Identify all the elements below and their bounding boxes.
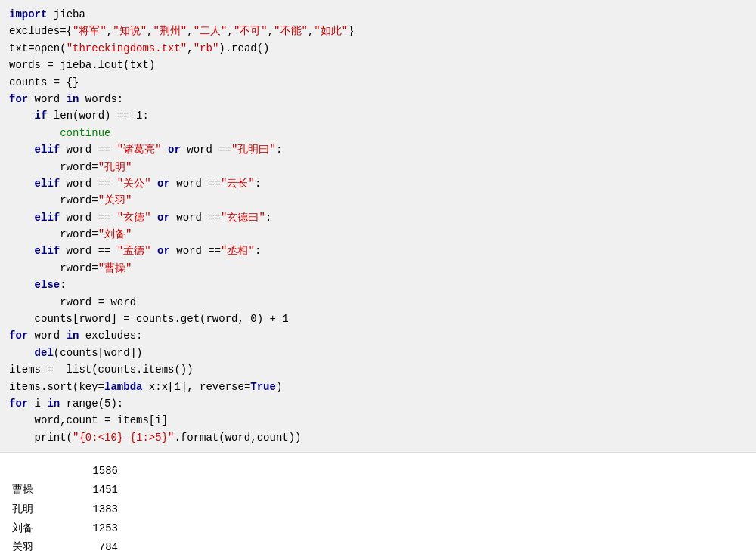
output-count-3: 1253: [73, 519, 118, 538]
output-row-2: 孔明 1383: [12, 500, 744, 519]
code-line-9: elif word == "诸葛亮" or word =="孔明曰":: [9, 141, 747, 158]
output-name-1: 曹操: [12, 481, 73, 500]
code-editor: import jieba excludes={"将军","知说","荆州","二…: [0, 0, 756, 453]
code-line-7: if len(word) == 1:: [9, 107, 747, 124]
output-panel: 1586 曹操 1451 孔明 1383 刘备 1253 关羽 784: [0, 453, 756, 551]
code-line-8: continue: [9, 125, 747, 141]
code-line-2: excludes={"将军","知说","荆州","二人","不可","不能",…: [9, 23, 747, 39]
output-count-1: 1451: [73, 481, 118, 500]
code-line-21: del(counts[word]): [9, 345, 747, 361]
code-line-1: import jieba: [9, 6, 747, 23]
code-line-15: elif word == "孟德" or word =="丞相":: [9, 243, 747, 259]
code-line-18: rword = word: [9, 294, 747, 311]
output-count-4: 784: [73, 538, 118, 551]
code-line-6: for word in words:: [9, 91, 747, 107]
output-row-3: 刘备 1253: [12, 519, 744, 538]
code-line-26: print("{0:<10} {1:>5}".format(word,count…: [9, 429, 747, 446]
output-name-4: 关羽: [12, 538, 73, 551]
code-line-13: elif word == "玄德" or word =="玄德曰":: [9, 209, 747, 226]
code-line-22: items = list(counts.items()): [9, 361, 747, 378]
output-row-0: 1586: [12, 462, 744, 481]
code-line-4: words = jieba.lcut(txt): [9, 57, 747, 73]
code-line-20: for word in excludes:: [9, 327, 747, 344]
code-line-3: txt=open("threekingdoms.txt","rb").read(…: [9, 40, 747, 57]
code-line-19: counts[rword] = counts.get(rword, 0) + 1: [9, 311, 747, 327]
code-line-16: rword="曹操": [9, 260, 747, 277]
code-line-14: rword="刘备": [9, 226, 747, 243]
output-name-2: 孔明: [12, 500, 73, 519]
output-row-1: 曹操 1451: [12, 481, 744, 500]
output-name-0: [12, 462, 73, 481]
code-line-24: for i in range(5):: [9, 395, 747, 412]
output-row-4: 关羽 784: [12, 538, 744, 551]
code-line-25: word,count = items[i]: [9, 412, 747, 429]
code-line-17: else:: [9, 277, 747, 293]
output-count-0: 1586: [73, 462, 118, 481]
code-line-12: rword="关羽": [9, 192, 747, 209]
code-line-5: counts = {}: [9, 74, 747, 91]
code-line-11: elif word == "关公" or word =="云长":: [9, 175, 747, 192]
code-line-23: items.sort(key=lambda x:x[1], reverse=Tr…: [9, 379, 747, 395]
output-name-3: 刘备: [12, 519, 73, 538]
output-table: 1586 曹操 1451 孔明 1383 刘备 1253 关羽 784: [12, 462, 744, 551]
code-line-10: rword="孔明": [9, 159, 747, 175]
output-count-2: 1383: [73, 500, 118, 519]
